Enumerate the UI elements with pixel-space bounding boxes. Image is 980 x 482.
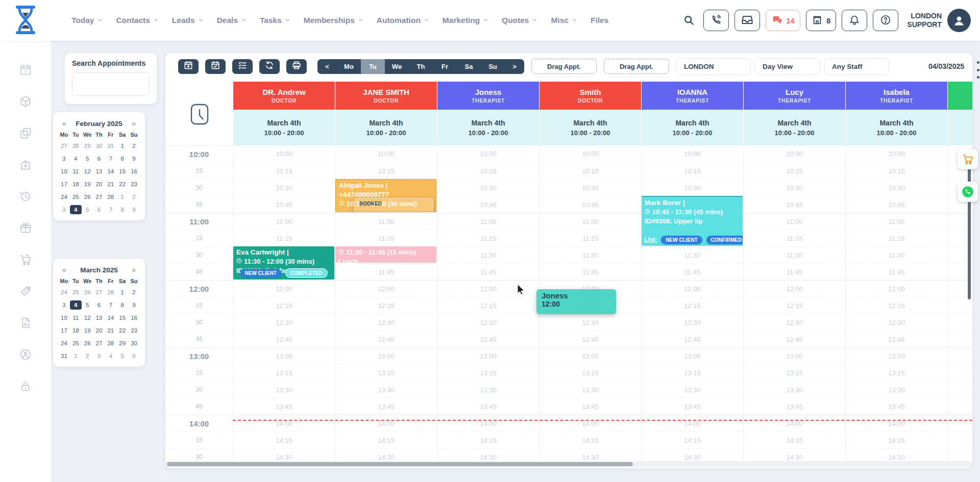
time-slot[interactable]: 13:00 xyxy=(744,347,845,364)
time-slot[interactable]: 10:15 xyxy=(437,162,539,179)
time-slot[interactable]: 10:15 xyxy=(846,162,947,179)
time-slot[interactable]: 14:15 xyxy=(540,432,641,448)
mini-calendar-day[interactable]: 18 xyxy=(70,180,82,189)
prev-month-button[interactable]: « xyxy=(61,119,67,128)
sidebar-item-duplicate[interactable] xyxy=(0,118,51,150)
nav-item-contacts[interactable]: Contacts xyxy=(116,16,159,25)
mini-calendar-day[interactable]: 27 xyxy=(93,192,105,201)
sidebar-item-report[interactable] xyxy=(0,308,51,340)
mini-calendar-day[interactable]: 31 xyxy=(58,351,70,361)
time-slot[interactable]: 10:45 xyxy=(540,196,641,213)
mini-calendar-day[interactable]: 16 xyxy=(128,313,140,322)
sidebar-item-history[interactable] xyxy=(0,182,51,213)
weekday-tab-we[interactable]: We xyxy=(385,59,409,74)
mini-calendar-day[interactable]: 6 xyxy=(93,300,105,310)
mini-calendar-day[interactable]: 11 xyxy=(70,167,82,176)
mini-calendar-day[interactable]: 1 xyxy=(116,192,128,201)
mini-calendar-day[interactable]: 5 xyxy=(116,351,128,361)
weekday-tab-th[interactable]: Th xyxy=(409,59,433,74)
mini-calendar-day[interactable]: 23 xyxy=(128,326,140,335)
mini-calendar-day[interactable]: 11 xyxy=(70,313,82,322)
time-slot[interactable]: 13:15 xyxy=(335,364,437,381)
mini-calendar-day[interactable]: 1 xyxy=(116,288,128,297)
time-slot[interactable]: 11:15 xyxy=(744,230,845,246)
time-slot[interactable]: 12:00 xyxy=(846,280,947,297)
staff-select[interactable]: Any Staff xyxy=(824,58,889,75)
time-slot[interactable]: 14:00 xyxy=(744,415,845,432)
mini-calendar-day[interactable]: 25 xyxy=(70,339,82,348)
nav-item-marketing[interactable]: Marketing xyxy=(443,16,488,25)
time-slot[interactable]: 11:15 xyxy=(335,230,437,246)
time-slot[interactable]: 10:00 xyxy=(744,145,845,162)
calendar-add-button[interactable] xyxy=(178,59,199,74)
time-slot[interactable]: 13:00 xyxy=(233,347,335,364)
time-slot[interactable]: 13:30 xyxy=(642,381,743,398)
mini-calendar-day[interactable]: 5 xyxy=(82,300,93,310)
checklist-button[interactable] xyxy=(232,59,253,74)
time-slot[interactable]: 12:15 xyxy=(744,297,845,314)
time-slot[interactable]: 13:15 xyxy=(744,364,845,381)
mini-calendar-day[interactable]: 8 xyxy=(116,154,128,163)
appointment[interactable]: Abigail Jones |+44749000977710:30 - 11:0… xyxy=(335,179,436,212)
mini-calendar-day[interactable]: 9 xyxy=(128,300,140,310)
time-slot[interactable]: 13:00 xyxy=(540,347,641,364)
time-slot[interactable]: 13:30 xyxy=(335,381,437,398)
calendar-check-button[interactable] xyxy=(205,59,226,74)
mini-calendar-day[interactable]: 5 xyxy=(82,154,93,163)
mini-calendar-day[interactable]: 15 xyxy=(116,167,128,176)
time-slot[interactable]: 12:45 xyxy=(540,331,641,347)
time-slot[interactable]: 12:15 xyxy=(233,297,335,314)
mini-calendar-day[interactable]: 26 xyxy=(82,339,93,348)
time-slot[interactable]: 12:15 xyxy=(437,297,539,314)
mini-calendar-day[interactable]: 25 xyxy=(70,288,82,297)
time-slot[interactable]: 12:30 xyxy=(540,314,641,331)
time-slot[interactable]: 10:00 xyxy=(335,145,437,162)
mini-calendar-day[interactable]: 22 xyxy=(116,326,128,335)
mini-calendar-day[interactable]: 2 xyxy=(128,288,140,297)
mini-calendar-day[interactable]: 27 xyxy=(93,288,105,297)
mini-calendar-day[interactable]: 9 xyxy=(128,154,140,163)
time-slot[interactable]: 11:00 xyxy=(540,213,641,230)
search-icon[interactable] xyxy=(680,12,698,29)
time-slot[interactable]: 11:30 xyxy=(437,246,539,263)
prev-month-button[interactable]: « xyxy=(61,266,67,274)
time-slot[interactable]: 13:00 xyxy=(437,347,539,364)
time-slot[interactable]: 14:00 xyxy=(642,415,743,432)
mini-calendar-day[interactable]: 13 xyxy=(93,167,105,176)
horizontal-scrollbar-track[interactable] xyxy=(165,461,972,467)
mini-calendar-day[interactable]: 3 xyxy=(58,154,70,163)
prev-day-button[interactable]: < xyxy=(317,59,337,74)
mini-calendar-day[interactable]: 28 xyxy=(105,192,116,201)
time-slot[interactable]: 12:30 xyxy=(846,314,947,331)
time-slot[interactable]: 11:15 xyxy=(233,230,335,246)
time-slot[interactable]: 10:00 xyxy=(233,145,335,162)
mini-calendar-day[interactable]: 15 xyxy=(116,313,128,322)
nav-item-today[interactable]: Today xyxy=(71,16,103,25)
mini-calendar-day[interactable]: 7 xyxy=(105,154,116,163)
time-slot[interactable]: 11:15 xyxy=(540,230,641,246)
time-slot[interactable]: 11:45 xyxy=(335,263,437,280)
time-slot[interactable]: 12:45 xyxy=(233,331,335,347)
mini-calendar-day[interactable]: 30 xyxy=(128,339,140,348)
time-slot[interactable]: 10:30 xyxy=(642,179,743,196)
time-slot[interactable]: 14:00 xyxy=(335,415,437,432)
mini-calendar-day[interactable]: 19 xyxy=(82,326,93,335)
time-slot[interactable]: 13:30 xyxy=(948,381,972,398)
time-slot[interactable]: 12:45 xyxy=(744,331,845,347)
time-slot[interactable]: 12:00 xyxy=(233,280,335,297)
mini-calendar-day[interactable]: 14 xyxy=(105,167,116,176)
time-slot[interactable]: 11:00 xyxy=(744,213,845,230)
time-slot[interactable]: 12:30 xyxy=(744,314,845,331)
help-button[interactable] xyxy=(873,10,898,31)
drag-appt-button-2[interactable]: Drag Appt. xyxy=(604,59,669,74)
time-slot[interactable]: 13:30 xyxy=(437,381,539,398)
mini-calendar-day[interactable]: 3 xyxy=(58,300,70,310)
mini-calendar-day[interactable]: 26 xyxy=(82,288,93,297)
time-slot[interactable]: 11:15 xyxy=(846,230,947,246)
mini-calendar-day[interactable]: 3 xyxy=(58,205,70,214)
weekday-tab-su[interactable]: Su xyxy=(481,59,505,74)
time-slot[interactable]: 13:15 xyxy=(540,364,641,381)
time-slot[interactable]: 13:15 xyxy=(642,364,743,381)
mini-calendar-day[interactable]: 23 xyxy=(128,180,140,189)
mini-calendar-day[interactable]: 27 xyxy=(93,339,105,348)
